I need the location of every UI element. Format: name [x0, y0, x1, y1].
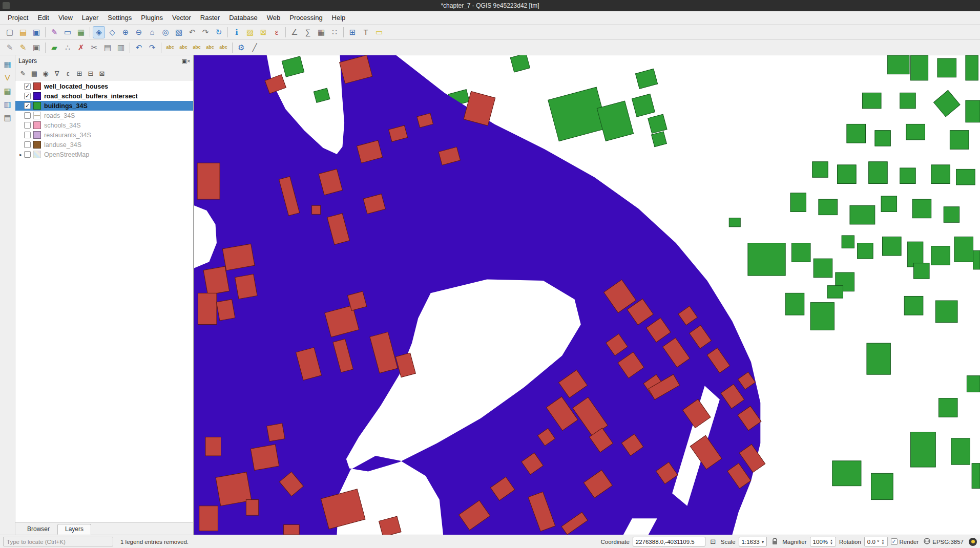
pan-to-selection-button[interactable]: ◇ [106, 26, 118, 38]
redo-button[interactable]: ↷ [146, 41, 158, 54]
panel-close-button[interactable]: × [187, 57, 190, 65]
layer-item-schools_34s[interactable]: schools_34S [15, 120, 193, 130]
filter-legend-button[interactable]: ∇ [52, 68, 62, 78]
zoom-last-button[interactable]: ↶ [186, 26, 198, 38]
statistical-summary-button[interactable]: ∑ [302, 26, 314, 38]
toggle-editing-button[interactable]: ✎ [17, 41, 29, 54]
remove-layer-button[interactable]: ⊠ [97, 68, 107, 78]
layer-item-road_school_buffers_intersect[interactable]: ✓road_school_buffers_intersect [15, 91, 193, 101]
layer-visibility-checkbox[interactable] [24, 151, 31, 158]
new-print-layout-button[interactable]: ▭ [61, 26, 74, 38]
panel-tab-layers[interactable]: Layers [57, 524, 91, 535]
add-group-button[interactable]: ▤ [29, 68, 39, 78]
layer-item-roads_34s[interactable]: roads_34S [15, 111, 193, 120]
vertex-tool-button[interactable]: ∴ [61, 41, 74, 54]
menu-view[interactable]: View [54, 11, 77, 24]
layer-visibility-checkbox[interactable]: ✓ [24, 93, 31, 99]
data-source-manager-button[interactable]: ▦ [2, 58, 14, 70]
open-attribute-table-button[interactable]: ▦ [315, 26, 327, 38]
menu-help[interactable]: Help [327, 11, 350, 24]
panel-tab-browser[interactable]: Browser [19, 524, 57, 535]
magnifier-spin[interactable]: 100% ▲▼ [810, 537, 836, 546]
layer-item-restaurants_34s[interactable]: restaurants_34S [15, 130, 193, 140]
map-tips-button[interactable]: ▭ [373, 26, 385, 38]
coordinate-input[interactable]: 2276388.0,-4031109.5 [633, 537, 705, 546]
menu-layer[interactable]: Layer [77, 11, 103, 24]
crs-button[interactable]: EPSG:3857 [922, 538, 966, 545]
map-refresh-button[interactable]: ↻ [213, 26, 225, 38]
map-svg[interactable] [194, 55, 980, 535]
menu-database[interactable]: Database [224, 11, 262, 24]
move-label-button[interactable]: abc [204, 41, 216, 54]
filter-by-expression-button[interactable]: ε [63, 68, 73, 78]
expander-icon[interactable]: ▸ [17, 152, 24, 157]
save-layer-edits-button[interactable]: ▣ [30, 41, 43, 54]
scale-combo[interactable]: 1:1633 ▾ [739, 537, 767, 546]
delete-selected-button[interactable]: ✗ [75, 41, 87, 54]
select-features-button[interactable]: ▨ [244, 26, 256, 38]
layer-visibility-checkbox[interactable] [24, 141, 31, 148]
layer-visibility-checkbox[interactable] [24, 122, 31, 129]
pan-map-button[interactable]: ◈ [93, 26, 105, 38]
layout-manager-button[interactable]: ▦ [75, 26, 87, 38]
open-layer-styling-button[interactable]: ✎ [18, 68, 28, 78]
menu-edit[interactable]: Edit [33, 11, 53, 24]
layer-diagram-button[interactable]: abc [177, 41, 190, 54]
menu-web[interactable]: Web [262, 11, 285, 24]
rotation-spin[interactable]: 0.0 ° ▲▼ [864, 537, 888, 546]
text-annotation-button[interactable]: T [360, 26, 372, 38]
open-project-button[interactable]: ▤ [17, 26, 29, 38]
processing-toolbox-button[interactable]: ⚙ [235, 41, 247, 54]
deselect-features-button[interactable]: ⊠ [257, 26, 269, 38]
layer-visibility-checkbox[interactable]: ✓ [24, 102, 31, 109]
change-label-button[interactable]: abc [217, 41, 230, 54]
menu-vector[interactable]: Vector [168, 11, 196, 24]
add-polygon-feature-button[interactable]: ▰ [48, 41, 60, 54]
messages-bubble-icon[interactable] [969, 538, 977, 546]
menu-project[interactable]: Project [3, 11, 33, 24]
field-calculator-button[interactable]: ∷ [328, 26, 341, 38]
zoom-to-layer-button[interactable]: ▧ [173, 26, 185, 38]
map-canvas[interactable] [194, 55, 980, 535]
save-project-button[interactable]: ▣ [30, 26, 43, 38]
add-database-layer-button[interactable]: ▥ [2, 98, 14, 110]
collapse-all-button[interactable]: ⊟ [86, 68, 96, 78]
new-project-button[interactable]: ▢ [4, 26, 16, 38]
zoom-next-button[interactable]: ↷ [199, 26, 212, 38]
style-manager-button[interactable]: ✎ [48, 26, 60, 38]
zoom-full-button[interactable]: ⌂ [146, 26, 158, 38]
annotation-line-button[interactable]: ╱ [248, 41, 261, 54]
menu-processing[interactable]: Processing [285, 11, 327, 24]
render-checkbox[interactable]: ✓ Render [891, 538, 919, 545]
measure-line-button[interactable]: ∠ [288, 26, 301, 38]
add-vector-layer-button[interactable]: V [2, 71, 14, 83]
layer-visibility-checkbox[interactable]: ✓ [24, 83, 31, 90]
extents-toggle-icon[interactable]: ⊡ [708, 537, 718, 546]
layer-item-openstreetmap[interactable]: ▸OpenStreetMap [15, 150, 193, 159]
menu-raster[interactable]: Raster [196, 11, 224, 24]
pin-labels-button[interactable]: abc [191, 41, 203, 54]
layer-labeling-button[interactable]: abc [164, 41, 176, 54]
copy-features-button[interactable]: ▤ [101, 41, 114, 54]
undo-button[interactable]: ↶ [133, 41, 145, 54]
expand-all-button[interactable]: ⊞ [74, 68, 85, 78]
menu-plugins[interactable]: Plugins [136, 11, 168, 24]
locate-input[interactable]: Type to locate (Ctrl+K) [3, 537, 113, 546]
identify-features-button[interactable]: ℹ [231, 26, 243, 38]
zoom-in-button[interactable]: ⊕ [119, 26, 132, 38]
current-edits-button[interactable]: ✎ [4, 41, 16, 54]
zoom-out-button[interactable]: ⊖ [133, 26, 145, 38]
layer-visibility-checkbox[interactable] [24, 132, 31, 138]
add-raster-layer-button[interactable]: ▦ [2, 85, 14, 97]
layer-item-landuse_34s[interactable]: landuse_34S [15, 140, 193, 150]
cut-features-button[interactable]: ✂ [88, 41, 100, 54]
paste-features-button[interactable]: ▥ [115, 41, 127, 54]
layer-item-well_located_houses[interactable]: ✓well_located_houses [15, 81, 193, 91]
layer-item-buildings_34s[interactable]: ✓buildings_34S [15, 101, 193, 111]
lock-scale-icon[interactable] [770, 537, 779, 546]
zoom-to-selection-button[interactable]: ◎ [159, 26, 172, 38]
layer-visibility-checkbox[interactable] [24, 112, 31, 119]
manage-map-themes-button[interactable]: ◉ [40, 68, 51, 78]
new-map-view-button[interactable]: ⊞ [346, 26, 359, 38]
add-web-layer-button[interactable]: ▤ [2, 111, 14, 123]
